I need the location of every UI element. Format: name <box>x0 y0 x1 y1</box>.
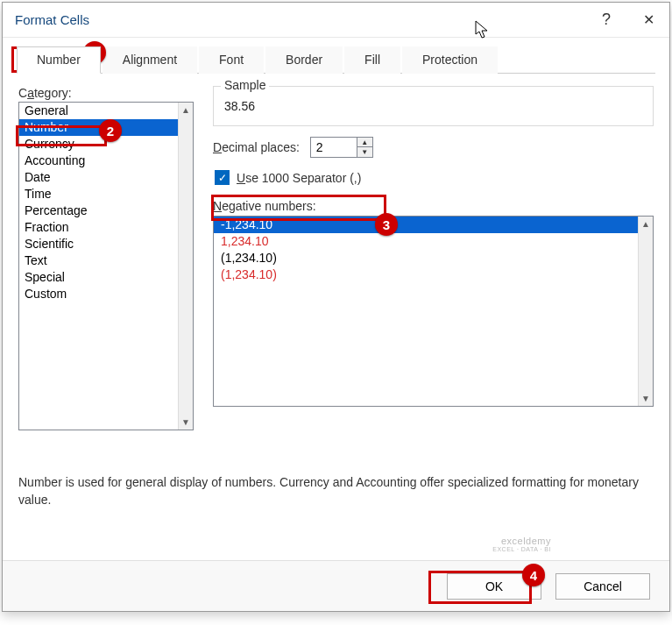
watermark: exceldemy EXCEL · DATA · BI <box>492 536 551 553</box>
separator-checkbox[interactable]: ✓ <box>215 170 230 185</box>
scroll-down-icon[interactable]: ▼ <box>181 415 190 430</box>
tab-border[interactable]: Border <box>265 46 343 74</box>
dialog-footer: OK Cancel <box>3 560 669 611</box>
negative-label: Negative numbers: <box>213 199 654 213</box>
decimal-input[interactable] <box>310 137 357 158</box>
decimal-label: Decimal places: <box>213 140 300 154</box>
category-item-date[interactable]: Date <box>19 169 178 186</box>
dialog-body: Category: GeneralNumberCurrencyAccountin… <box>3 74 669 430</box>
watermark-l2: EXCEL · DATA · BI <box>492 546 551 553</box>
dec-u: D <box>213 140 222 154</box>
category-label: Category: <box>18 86 194 100</box>
scroll-up-icon[interactable]: ▲ <box>641 217 650 231</box>
tab-number[interactable]: Number <box>17 46 101 74</box>
category-item-scientific[interactable]: Scientific <box>19 236 178 252</box>
category-item-accounting[interactable]: Accounting <box>19 153 178 169</box>
tab-strip: NumberAlignmentFontBorderFillProtection <box>17 46 669 74</box>
category-list: GeneralNumberCurrencyAccountingDateTimeP… <box>19 103 178 430</box>
negative-scrollbar[interactable]: ▲ ▼ <box>638 217 653 406</box>
tab-font[interactable]: Font <box>199 46 264 74</box>
negative-item-3[interactable]: (1,234.10) <box>214 266 638 283</box>
thousand-separator-row[interactable]: ✓ Use 1000 Separator (,) <box>213 167 654 188</box>
negative-item-0[interactable]: -1,234.10 <box>214 217 638 233</box>
tab-fill[interactable]: Fill <box>344 46 400 74</box>
spinner-buttons: ▲ ▼ <box>357 137 373 158</box>
category-item-currency[interactable]: Currency <box>19 136 178 153</box>
category-item-special[interactable]: Special <box>19 269 178 286</box>
sample-label: Sample <box>221 78 269 92</box>
cat-lbl-post: tegory: <box>34 86 72 100</box>
scroll-up-icon[interactable]: ▲ <box>181 103 190 117</box>
negative-listbox[interactable]: -1,234.101,234.10(1,234.10)(1,234.10) ▲ … <box>213 216 654 407</box>
tab-alignment[interactable]: Alignment <box>103 46 197 74</box>
negative-item-2[interactable]: (1,234.10) <box>214 250 638 266</box>
sep-post: se 1000 Separator (,) <box>245 171 361 185</box>
tab-protection[interactable]: Protection <box>402 46 498 74</box>
window-title: Format Cells <box>15 12 585 27</box>
sep-u: U <box>237 171 245 185</box>
format-cells-dialog: Format Cells ? ✕ NumberAlignmentFontBord… <box>2 2 670 612</box>
cat-lbl-u: a <box>27 86 34 100</box>
decimal-spinner: ▲ ▼ <box>310 137 373 158</box>
sample-value: 38.56 <box>224 94 642 113</box>
neg-post: egative numbers: <box>222 199 315 213</box>
category-listbox[interactable]: GeneralNumberCurrencyAccountingDateTimeP… <box>18 102 194 430</box>
category-item-time[interactable]: Time <box>19 186 178 202</box>
description-text: Number is used for general display of nu… <box>18 474 654 508</box>
cancel-button[interactable]: Cancel <box>555 573 650 600</box>
category-item-percentage[interactable]: Percentage <box>19 202 178 219</box>
separator-label: Use 1000 Separator (,) <box>237 171 361 185</box>
decimal-places-row: Decimal places: ▲ ▼ <box>213 137 654 158</box>
spinner-down-icon[interactable]: ▼ <box>357 147 372 157</box>
options-column: Sample 38.56 Decimal places: ▲ ▼ ✓ Use 1… <box>194 86 654 430</box>
close-button[interactable]: ✕ <box>627 3 669 38</box>
spinner-up-icon[interactable]: ▲ <box>357 138 372 147</box>
category-item-number[interactable]: Number <box>19 119 178 136</box>
scroll-down-icon[interactable]: ▼ <box>641 391 650 406</box>
category-item-fraction[interactable]: Fraction <box>19 219 178 236</box>
category-item-general[interactable]: General <box>19 103 178 119</box>
watermark-l1: exceldemy <box>492 536 551 546</box>
category-column: Category: GeneralNumberCurrencyAccountin… <box>18 86 194 430</box>
category-item-text[interactable]: Text <box>19 252 178 269</box>
category-scrollbar[interactable]: ▲ ▼ <box>178 103 193 430</box>
cat-lbl-pre: C <box>18 86 27 100</box>
category-item-custom[interactable]: Custom <box>19 286 178 302</box>
sample-group: Sample 38.56 <box>213 86 654 126</box>
negative-item-1[interactable]: 1,234.10 <box>214 233 638 250</box>
neg-u: N <box>213 199 222 213</box>
dec-post: ecimal places: <box>222 140 300 154</box>
title-bar: Format Cells ? ✕ <box>3 3 669 38</box>
help-button[interactable]: ? <box>585 3 627 38</box>
ok-button[interactable]: OK <box>447 573 541 600</box>
negative-list: -1,234.101,234.10(1,234.10)(1,234.10) <box>214 217 638 406</box>
